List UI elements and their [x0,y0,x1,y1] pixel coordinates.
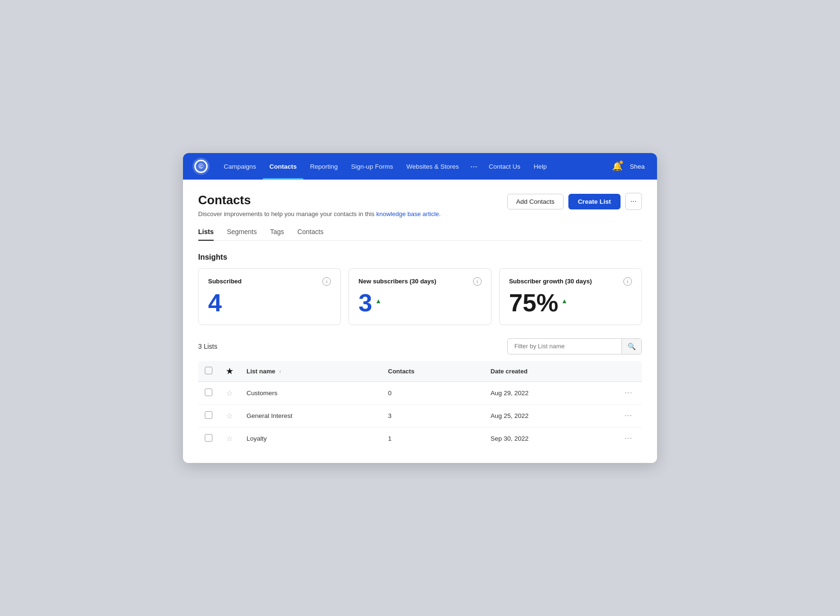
nav-item-websites-stores[interactable]: Websites & Stores [400,153,466,180]
logo[interactable]: © [192,158,210,175]
filter-container: 🔍 [507,338,642,354]
nav-item-signup-forms[interactable]: Sign-up Forms [345,153,400,180]
main-nav: © Campaigns Contacts Reporting Sign-up F… [183,153,657,180]
row-actions-customers: ··· [588,381,642,404]
row-star-general: ☆ [219,404,240,427]
nav-items: Campaigns Contacts Reporting Sign-up For… [217,153,610,180]
insight-label-3: Subscriber growth (30 days) [509,278,592,285]
row-name-customers[interactable]: Customers [240,381,360,404]
tab-segments[interactable]: Segments [227,228,257,240]
tab-tags[interactable]: Tags [270,228,284,240]
table-header: ★ List name ↑ Contacts Date created [198,361,642,382]
insights-title: Insights [198,253,642,262]
table-row: ☆ General Interest 3 Aug 25, 2022 ··· [198,404,642,427]
table-row: ☆ Customers 0 Aug 29, 2022 ··· [198,381,642,404]
row-checkbox-customers [198,381,219,404]
insight-value-1: 4 [208,290,331,315]
page-subtitle: Discover improvements to help you manage… [198,210,441,217]
nav-more-dots[interactable]: ··· [466,162,482,172]
col-actions [588,361,642,382]
insight-card-new-subscribers: New subscribers (30 days) i 3 ▲ [348,268,491,325]
nav-item-help[interactable]: Help [527,153,554,180]
nav-item-contact-us[interactable]: Contact Us [482,153,527,180]
star-header-icon[interactable]: ★ [226,367,233,375]
page-title-group: Contacts Discover improvements to help y… [198,193,441,217]
page-header: Contacts Discover improvements to help y… [198,193,642,217]
row-star-customers: ☆ [219,381,240,404]
create-list-button[interactable]: Create List [568,194,621,209]
filter-input[interactable] [508,339,621,353]
col-list-name: List name ↑ [240,361,360,382]
row-date-general: Aug 25, 2022 [484,404,588,427]
nav-item-campaigns[interactable]: Campaigns [217,153,263,180]
tab-contacts[interactable]: Contacts [297,228,323,240]
insight-card-growth: Subscriber growth (30 days) i 75% ▲ [499,268,642,325]
row-checkbox-loyalty [198,427,219,450]
table-body: ☆ Customers 0 Aug 29, 2022 ··· ☆ [198,381,642,450]
nav-item-reporting[interactable]: Reporting [303,153,345,180]
search-icon[interactable]: 🔍 [621,339,641,354]
header-actions: Add Contacts Create List ··· [507,193,642,210]
main-content: Contacts Discover improvements to help y… [183,180,657,462]
sort-icon[interactable]: ↑ [279,369,282,374]
row-date-loyalty: Sep 30, 2022 [484,427,588,450]
row-checkbox-general [198,404,219,427]
col-star: ★ [219,361,240,382]
page-title: Contacts [198,193,441,208]
trend-up-3: ▲ [561,298,568,304]
row-menu-button[interactable]: ··· [622,433,635,443]
insight-value-2: 3 ▲ [358,290,481,315]
row-star-loyalty: ☆ [219,427,240,450]
insight-info-1[interactable]: i [322,277,331,286]
lists-table: ★ List name ↑ Contacts Date created [198,361,642,450]
nav-right: 🔔 Shea [610,159,648,174]
select-all-checkbox[interactable] [205,367,212,374]
row-contacts-loyalty: 1 [360,427,484,450]
row-date-customers: Aug 29, 2022 [484,381,588,404]
table-row: ☆ Loyalty 1 Sep 30, 2022 ··· [198,427,642,450]
header-more-button[interactable]: ··· [625,193,642,210]
row-checkbox[interactable] [205,389,212,396]
star-icon[interactable]: ☆ [226,389,233,397]
row-menu-button[interactable]: ··· [622,410,635,420]
insight-card-header-3: Subscriber growth (30 days) i [509,277,632,286]
trend-up-2: ▲ [375,298,382,304]
app-window: © Campaigns Contacts Reporting Sign-up F… [183,153,657,462]
star-icon[interactable]: ☆ [226,412,233,420]
insight-label-1: Subscribed [208,278,242,285]
nav-item-contacts[interactable]: Contacts [263,153,303,180]
insight-card-header-2: New subscribers (30 days) i [358,277,481,286]
row-actions-general: ··· [588,404,642,427]
row-contacts-general: 3 [360,404,484,427]
insight-label-2: New subscribers (30 days) [358,278,436,285]
insights-cards: Subscribed i 4 New subscribers (30 days)… [198,268,642,325]
row-name-general[interactable]: General Interest [240,404,360,427]
col-checkbox [198,361,219,382]
insight-info-2[interactable]: i [473,277,482,286]
insight-card-header-1: Subscribed i [208,277,331,286]
row-checkbox[interactable] [205,434,212,442]
insight-info-3[interactable]: i [623,277,632,286]
row-contacts-customers: 0 [360,381,484,404]
row-actions-loyalty: ··· [588,427,642,450]
row-name-loyalty[interactable]: Loyalty [240,427,360,450]
lists-count: 3 Lists [198,343,217,350]
add-contacts-button[interactable]: Add Contacts [507,194,564,209]
star-icon[interactable]: ☆ [226,435,233,443]
notification-badge [619,160,623,164]
col-contacts: Contacts [360,361,484,382]
tab-lists[interactable]: Lists [198,228,214,240]
row-menu-button[interactable]: ··· [622,388,635,398]
row-checkbox[interactable] [205,411,212,419]
insight-value-3: 75% ▲ [509,290,632,315]
knowledge-base-link[interactable]: knowledge base article. [376,210,441,217]
nav-user[interactable]: Shea [627,163,648,170]
lists-toolbar: 3 Lists 🔍 [198,338,642,354]
insight-card-subscribed: Subscribed i 4 [198,268,341,325]
notification-bell[interactable]: 🔔 [610,159,625,174]
logo-icon: © [194,160,208,173]
tabs: Lists Segments Tags Contacts [198,228,642,241]
col-date-created: Date created [484,361,588,382]
